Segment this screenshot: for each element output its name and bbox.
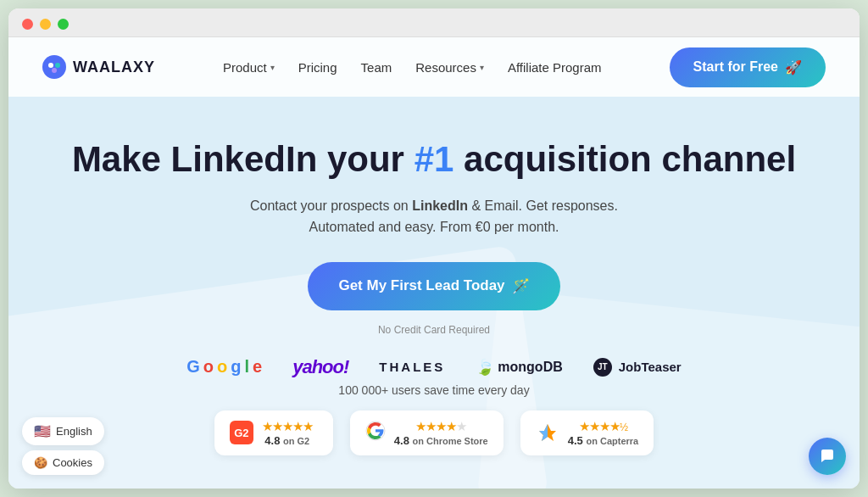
rating-card-g2: G2 ★★★★★ 4.8 on G2	[214, 410, 333, 455]
logo[interactable]: WAALAXY	[42, 55, 155, 79]
logo-yahoo: yahoo!	[292, 356, 348, 378]
capterra-label: on Capterra	[586, 436, 638, 446]
hero-subtitle-text2: & Email. Get responses.	[468, 198, 618, 213]
start-for-free-button[interactable]: Start for Free 🚀	[670, 47, 826, 87]
cookies-label: Cookies	[53, 456, 92, 469]
users-count-text: 100 000+ users save time every day	[72, 383, 796, 397]
close-dot[interactable]	[22, 19, 33, 30]
g2-stars: ★★★★★	[262, 419, 313, 434]
get-first-lead-button[interactable]: Get My First Lead Today 🪄	[308, 262, 559, 310]
navbar: WAALAXY Product ▾ Pricing Team Resources…	[8, 37, 860, 97]
hero-cta-label: Get My First Lead Today	[338, 277, 504, 294]
g2-rating-info: ★★★★★ 4.8 on G2	[262, 419, 313, 447]
logo-jobteaser: JTJobTeaser	[593, 358, 682, 377]
hero-title: Make LinkedIn your #1 acquisition channe…	[72, 138, 796, 181]
hero-inner: Make LinkedIn your #1 acquisition channe…	[72, 138, 796, 464]
cookies-button[interactable]: 🍪 Cookies	[22, 450, 104, 475]
capterra-rating-info: ★★★★½ 4.5 on Capterra	[568, 419, 638, 447]
google-g-logo	[365, 421, 386, 444]
minimize-dot[interactable]	[40, 19, 51, 30]
chat-button[interactable]	[809, 438, 846, 475]
chevron-icon-2: ▾	[480, 63, 484, 72]
nav-item-resources[interactable]: Resources ▾	[415, 60, 484, 75]
nav-label-product: Product	[223, 60, 267, 75]
nav-cta-label: Start for Free	[693, 59, 778, 75]
hero-title-suffix: acquisition channel	[453, 139, 796, 179]
mongo-leaf-icon: 🍃	[476, 358, 494, 377]
svg-point-1	[48, 63, 53, 68]
nav-links: Product ▾ Pricing Team Resources ▾ Affil…	[223, 60, 602, 75]
hero-subtitle-bold: LinkedIn	[412, 198, 468, 213]
chevron-icon: ▾	[270, 63, 275, 72]
logo-text: WAALAXY	[73, 59, 155, 76]
chat-icon	[819, 448, 836, 465]
nav-label-pricing: Pricing	[298, 60, 337, 75]
nav-item-product[interactable]: Product ▾	[223, 60, 275, 75]
hero-title-highlight: #1	[415, 139, 454, 179]
g2-label: on G2	[283, 436, 309, 446]
nav-item-pricing[interactable]: Pricing	[298, 60, 337, 75]
svg-point-0	[42, 55, 66, 79]
flag-icon: 🇺🇸	[34, 423, 51, 439]
nav-label-resources: Resources	[415, 60, 476, 75]
svg-marker-6	[539, 424, 548, 441]
hero-subtitle-text3: Automated and easy. From €0 per month.	[309, 220, 559, 234]
no-credit-text: No Credit Card Required	[72, 324, 796, 336]
capterra-score: 4.5 on Capterra	[568, 434, 638, 447]
logos-row: Google yahoo! THALES 🍃mongoDB JTJobTease…	[72, 356, 796, 378]
logo-mongodb: 🍃mongoDB	[476, 358, 562, 377]
capterra-stars: ★★★★½	[568, 419, 638, 434]
nav-label-affiliate: Affiliate Program	[508, 60, 602, 75]
wand-icon: 🪄	[512, 277, 530, 295]
chrome-label: on Chrome Store	[413, 436, 488, 446]
hero-title-prefix: Make LinkedIn your	[72, 139, 415, 179]
g2-logo: G2	[230, 421, 253, 444]
hero-subtitle-text1: Contact your prospects on	[250, 198, 412, 213]
browser-window: WAALAXY Product ▾ Pricing Team Resources…	[8, 8, 860, 489]
logo-google: Google	[186, 357, 262, 377]
g2-score: 4.8 on G2	[262, 434, 313, 447]
hero-subtitle: Contact your prospects on LinkedIn & Ema…	[72, 195, 796, 238]
chrome-score: 4.8 on Chrome Store	[394, 434, 488, 447]
svg-point-3	[52, 68, 57, 73]
rating-card-capterra: ★★★★½ 4.5 on Capterra	[520, 410, 654, 455]
nav-label-team: Team	[361, 60, 392, 75]
rocket-icon: 🚀	[785, 59, 802, 75]
language-label: English	[56, 425, 92, 438]
cookie-icon: 🍪	[34, 456, 47, 469]
chrome-stars: ★★★★★	[394, 419, 488, 434]
language-button[interactable]: 🇺🇸 English	[22, 417, 104, 445]
hero-section: Make LinkedIn your #1 acquisition channe…	[8, 97, 860, 489]
capterra-logo	[536, 421, 559, 444]
jobteaser-icon: JT	[593, 358, 612, 377]
chrome-rating-info: ★★★★★ 4.8 on Chrome Store	[394, 419, 488, 447]
logo-icon	[42, 55, 66, 79]
rating-card-chrome: ★★★★★ 4.8 on Chrome Store	[350, 410, 504, 455]
browser-chrome	[8, 8, 860, 37]
maximize-dot[interactable]	[58, 19, 69, 30]
ratings-row: G2 ★★★★★ 4.8 on G2 ★★★★★ 4.8 o	[72, 410, 796, 455]
nav-item-team[interactable]: Team	[361, 60, 392, 75]
svg-point-2	[55, 63, 60, 68]
bottom-bar: 🇺🇸 English 🍪 Cookies	[22, 417, 104, 475]
nav-item-affiliate[interactable]: Affiliate Program	[508, 60, 602, 75]
logo-thales: THALES	[379, 360, 445, 374]
page-content: WAALAXY Product ▾ Pricing Team Resources…	[8, 37, 860, 489]
